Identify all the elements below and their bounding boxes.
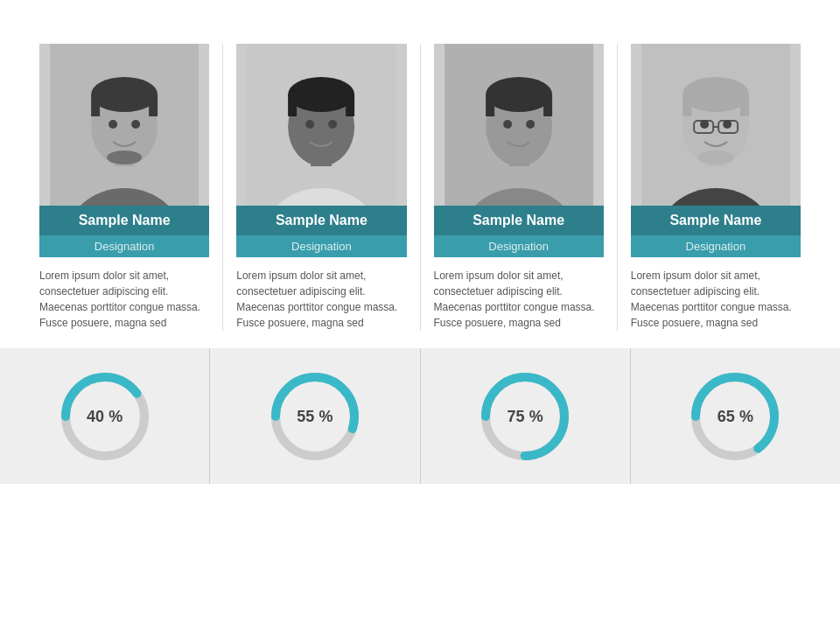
header	[0, 0, 840, 44]
designation-bar-1: Designation	[39, 235, 209, 257]
chart-label-3: 75 %	[508, 407, 543, 425]
designation-bar-3: Designation	[434, 235, 604, 257]
svg-point-17	[305, 120, 314, 129]
description-1: Lorem ipsum dolor sit amet, consectetuer…	[39, 257, 209, 331]
donut-chart-4: 65 %	[687, 368, 783, 465]
svg-point-9	[131, 120, 140, 129]
description-4: Lorem ipsum dolor sit amet, consectetuer…	[631, 257, 801, 331]
svg-rect-6	[149, 94, 158, 116]
svg-point-23	[486, 77, 552, 112]
svg-rect-25	[543, 94, 552, 116]
chart-cell-4: 65 %	[631, 348, 840, 484]
designation-bar-4: Designation	[631, 235, 801, 257]
main-content: Sample Name Designation Lorem ipsum dolo…	[0, 44, 840, 484]
chart-cell-2: 55 %	[210, 348, 420, 484]
name-bar-2: Sample Name	[236, 206, 406, 235]
name-bar-4: Sample Name	[631, 206, 801, 235]
svg-rect-24	[486, 94, 494, 116]
card-3: Sample Name Designation Lorem ipsum dolo…	[421, 44, 618, 331]
description-3: Lorem ipsum dolor sit amet, consectetuer…	[434, 257, 604, 331]
svg-point-18	[328, 120, 337, 129]
chart-label-4: 65 %	[718, 407, 753, 425]
card-2: Sample Name Designation Lorem ipsum dolo…	[223, 44, 420, 331]
chart-cell-3: 75 %	[421, 348, 631, 484]
svg-rect-34	[740, 94, 749, 116]
chart-label-2: 55 %	[297, 407, 332, 425]
photo-1	[39, 44, 209, 206]
donut-chart-1: 40 %	[57, 368, 153, 465]
svg-rect-15	[288, 94, 297, 116]
card-1: Sample Name Designation Lorem ipsum dolo…	[39, 44, 223, 331]
svg-rect-33	[682, 94, 691, 116]
photo-4	[631, 44, 801, 206]
chart-label-1: 40 %	[87, 407, 122, 425]
svg-point-35	[698, 150, 733, 164]
description-2: Lorem ipsum dolor sit amet, consectetuer…	[236, 257, 406, 331]
svg-point-7	[107, 150, 142, 164]
name-bar-3: Sample Name	[434, 206, 604, 235]
svg-point-26	[503, 120, 512, 129]
svg-point-4	[91, 77, 158, 112]
svg-point-40	[723, 120, 732, 129]
photo-2	[236, 44, 406, 206]
name-bar-1: Sample Name	[39, 206, 209, 235]
card-4: Sample Name Designation Lorem ipsum dolo…	[618, 44, 801, 331]
svg-point-8	[108, 120, 117, 129]
photo-3	[434, 44, 604, 206]
svg-point-27	[526, 120, 535, 129]
svg-point-14	[288, 77, 354, 112]
svg-point-39	[700, 120, 709, 129]
cards-section: Sample Name Designation Lorem ipsum dolo…	[0, 44, 840, 331]
designation-bar-2: Designation	[236, 235, 406, 257]
donut-chart-2: 55 %	[267, 368, 363, 465]
svg-rect-16	[346, 94, 354, 116]
svg-point-32	[682, 77, 749, 112]
chart-cell-1: 40 %	[0, 348, 210, 484]
donut-chart-3: 75 %	[477, 368, 573, 465]
svg-rect-5	[91, 94, 100, 116]
charts-section: 40 % 55 % 75 % 65 %	[0, 348, 840, 484]
